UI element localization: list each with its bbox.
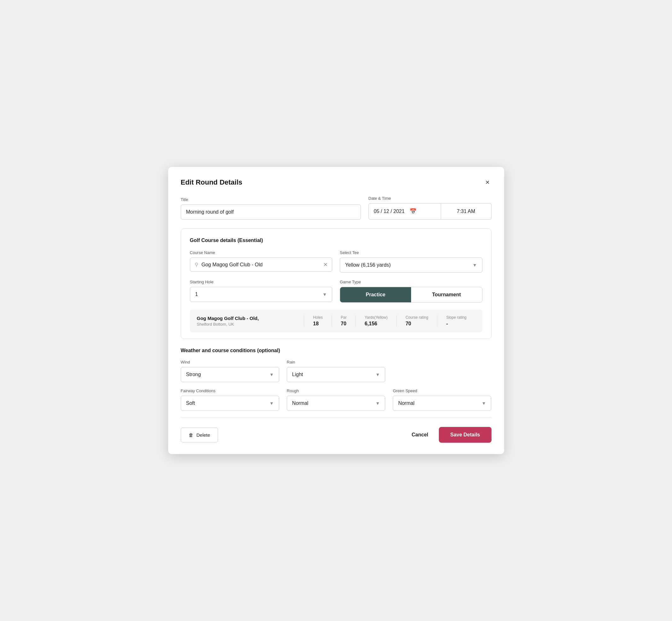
clear-icon[interactable]: ✕ [323, 261, 328, 267]
starting-hole-dropdown[interactable]: 1 ▼ [190, 287, 333, 302]
modal-header: Edit Round Details × [181, 178, 492, 187]
slope-rating-label: Slope rating [446, 315, 466, 320]
rain-label: Rain [287, 360, 385, 365]
weather-section: Weather and course conditions (optional)… [181, 348, 492, 411]
chevron-down-icon-5: ▼ [269, 401, 274, 406]
title-field-group: Title [181, 197, 361, 220]
date-value: 05 / 12 / 2021 [374, 209, 405, 214]
golf-course-section: Golf Course details (Essential) Course N… [181, 229, 492, 339]
course-name-label: Course Name [190, 250, 333, 255]
title-label: Title [181, 197, 361, 202]
date-time-wrap: 05 / 12 / 2021 📅 7:31 AM [369, 203, 492, 220]
rough-label: Rough [287, 388, 385, 393]
wind-value: Strong [186, 372, 201, 377]
date-input[interactable]: 05 / 12 / 2021 📅 [369, 203, 441, 220]
course-rating-value: 70 [406, 321, 411, 327]
wind-group: Wind Strong ▼ [181, 360, 279, 382]
datetime-field-group: Date & Time 05 / 12 / 2021 📅 7:31 AM [369, 196, 492, 220]
select-tee-value: Yellow (6,156 yards) [345, 262, 390, 268]
edit-round-modal: Edit Round Details × Title Date & Time 0… [168, 167, 504, 454]
game-type-group: Game Type Practice Tournament [340, 280, 482, 303]
course-name-input[interactable]: ⚲ Gog Magog Golf Club - Old ✕ [190, 257, 333, 272]
yards-value: 6,156 [365, 321, 377, 327]
rough-group: Rough Normal ▼ [287, 388, 385, 411]
select-tee-label: Select Tee [340, 250, 482, 255]
rain-group: Rain Light ▼ [287, 360, 385, 382]
title-input[interactable] [181, 204, 361, 220]
green-speed-dropdown[interactable]: Normal ▼ [393, 396, 491, 411]
par-value: 70 [341, 321, 346, 327]
chevron-down-icon-6: ▼ [375, 401, 380, 406]
course-stats: Holes 18 Par 70 Yards(Yellow) 6,156 Cour… [304, 315, 475, 327]
chevron-down-icon-2: ▼ [323, 292, 327, 297]
starting-hole-value: 1 [195, 292, 198, 297]
course-name-value: Gog Magog Golf Club - Old [202, 262, 321, 267]
rough-value: Normal [292, 401, 308, 406]
delete-label: Delete [197, 432, 210, 438]
close-button[interactable]: × [484, 178, 492, 187]
modal-title: Edit Round Details [181, 178, 243, 187]
search-icon: ⚲ [195, 261, 199, 267]
green-speed-value: Normal [398, 401, 415, 406]
delete-button[interactable]: 🗑 Delete [181, 427, 218, 443]
select-tee-dropdown[interactable]: Yellow (6,156 yards) ▼ [340, 257, 482, 273]
wind-dropdown[interactable]: Strong ▼ [181, 367, 279, 382]
stat-slope-rating: Slope rating - [437, 315, 475, 327]
rain-dropdown[interactable]: Light ▼ [287, 367, 385, 382]
game-type-label: Game Type [340, 280, 482, 284]
holes-value: 18 [313, 321, 319, 327]
yards-label: Yards(Yellow) [365, 315, 388, 320]
time-input[interactable]: 7:31 AM [441, 203, 492, 220]
stat-par: Par 70 [332, 315, 355, 327]
green-speed-label: Green Speed [393, 388, 491, 393]
course-info-main: Gog Magog Golf Club - Old, Shelford Bott… [197, 316, 304, 327]
save-button[interactable]: Save Details [439, 427, 491, 443]
footer-row: 🗑 Delete Cancel Save Details [181, 427, 492, 443]
tournament-button[interactable]: Tournament [411, 287, 482, 302]
footer-right: Cancel Save Details [409, 427, 492, 443]
green-speed-group: Green Speed Normal ▼ [393, 388, 491, 411]
golf-course-title: Golf Course details (Essential) [190, 238, 482, 243]
course-info-name: Gog Magog Golf Club - Old, [197, 316, 304, 321]
top-row: Title Date & Time 05 / 12 / 2021 📅 7:31 … [181, 196, 492, 220]
chevron-down-icon-3: ▼ [269, 372, 274, 377]
fairway-dropdown[interactable]: Soft ▼ [181, 396, 279, 411]
rain-value: Light [292, 372, 303, 377]
trash-icon: 🗑 [189, 432, 194, 438]
select-tee-group: Select Tee Yellow (6,156 yards) ▼ [340, 250, 482, 273]
course-rating-label: Course rating [406, 315, 428, 320]
starting-hole-group: Starting Hole 1 ▼ [190, 280, 333, 303]
calendar-icon: 📅 [410, 208, 416, 215]
datetime-label: Date & Time [369, 196, 492, 201]
slope-rating-value: - [446, 321, 448, 327]
wind-rain-row: Wind Strong ▼ Rain Light ▼ [181, 360, 492, 382]
chevron-down-icon-7: ▼ [482, 401, 486, 406]
chevron-down-icon: ▼ [473, 262, 477, 267]
weather-section-title: Weather and course conditions (optional) [181, 348, 492, 354]
course-tee-row: Course Name ⚲ Gog Magog Golf Club - Old … [190, 250, 482, 273]
course-info-location: Shelford Bottom, UK [197, 322, 304, 327]
holes-label: Holes [313, 315, 323, 320]
cancel-button[interactable]: Cancel [409, 427, 431, 442]
fairway-label: Fairway Conditions [181, 388, 279, 393]
par-label: Par [341, 315, 347, 320]
fairway-value: Soft [186, 401, 195, 406]
time-value: 7:31 AM [457, 209, 475, 214]
hole-gametype-row: Starting Hole 1 ▼ Game Type Practice Tou… [190, 280, 482, 303]
chevron-down-icon-4: ▼ [375, 372, 380, 377]
course-info-bar: Gog Magog Golf Club - Old, Shelford Bott… [190, 309, 482, 332]
fairway-group: Fairway Conditions Soft ▼ [181, 388, 279, 411]
starting-hole-label: Starting Hole [190, 280, 333, 284]
wind-label: Wind [181, 360, 279, 365]
practice-button[interactable]: Practice [340, 287, 411, 302]
stat-holes: Holes 18 [304, 315, 332, 327]
course-name-group: Course Name ⚲ Gog Magog Golf Club - Old … [190, 250, 333, 273]
game-type-toggle: Practice Tournament [340, 287, 482, 303]
rough-dropdown[interactable]: Normal ▼ [287, 396, 385, 411]
stat-course-rating: Course rating 70 [396, 315, 437, 327]
fairway-rough-green-row: Fairway Conditions Soft ▼ Rough Normal ▼… [181, 388, 492, 411]
stat-yards: Yards(Yellow) 6,156 [355, 315, 396, 327]
footer-divider [181, 417, 492, 417]
